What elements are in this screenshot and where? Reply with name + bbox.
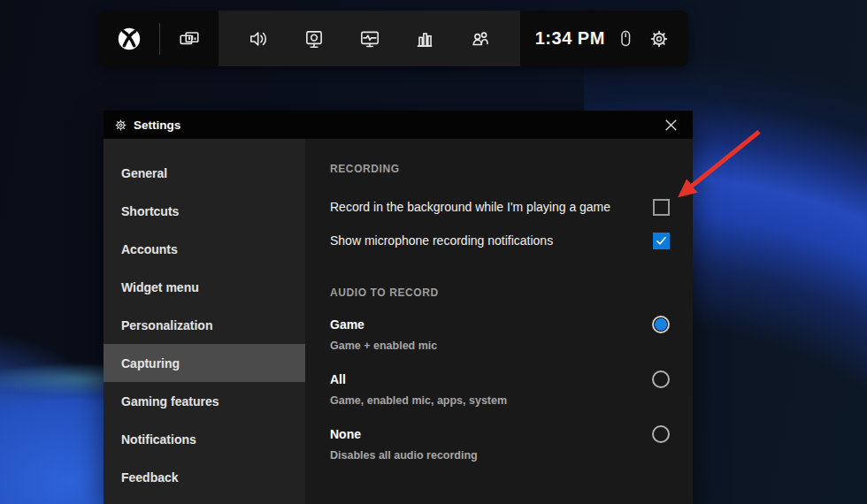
settings-sidebar: General Shortcuts Accounts Widget menu P… [104, 139, 305, 504]
toolbar-left-section [99, 11, 219, 66]
sidebar-item-gaming-features[interactable]: Gaming features [104, 382, 305, 420]
settings-button[interactable] [645, 25, 673, 53]
widget-menu-icon [178, 27, 201, 50]
performance-monitor-icon [358, 27, 381, 50]
audio-option-none: None Disables all audio recording [330, 427, 670, 462]
sidebar-item-notifications[interactable]: Notifications [104, 420, 305, 458]
audio-option-none-description: Disables all audio recording [330, 449, 478, 462]
xbox-home-button[interactable] [113, 23, 145, 55]
sidebar-item-capturing[interactable]: Capturing [104, 344, 305, 382]
audio-section-header: AUDIO TO RECORD [330, 286, 670, 300]
sidebar-item-accounts[interactable]: Accounts [104, 230, 305, 268]
looking-for-group-button[interactable] [465, 24, 495, 54]
audio-option-all: All Game, enabled mic, apps, system [330, 372, 670, 407]
audio-option-all-text: All Game, enabled mic, apps, system [330, 372, 507, 407]
mic-notifications-label: Show microphone recording notifications [330, 233, 553, 248]
audio-option-all-radio[interactable] [652, 370, 670, 388]
gear-icon [648, 28, 670, 50]
mic-notifications-row: Show microphone recording notifications [330, 231, 670, 250]
record-in-background-row: Record in the background while I'm playi… [330, 197, 670, 217]
people-icon [469, 27, 492, 50]
audio-option-none-label: None [330, 427, 478, 441]
game-bar-toolbar: 1:34 PM [99, 11, 688, 66]
close-button[interactable] [660, 116, 682, 134]
settings-window: Settings General Shortcuts Accounts Widg… [104, 111, 693, 504]
checkmark-icon [656, 235, 667, 247]
record-in-background-checkbox[interactable] [653, 199, 670, 216]
close-icon [664, 118, 679, 133]
resources-widget-button[interactable] [410, 24, 440, 54]
audio-option-all-description: Game, enabled mic, apps, system [330, 394, 507, 407]
sidebar-item-shortcuts[interactable]: Shortcuts [104, 192, 305, 230]
window-title: Settings [134, 118, 654, 132]
sidebar-item-widget-menu[interactable]: Widget menu [104, 268, 305, 306]
capture-widget-button[interactable] [299, 24, 329, 54]
clock: 1:34 PM [535, 28, 605, 49]
audio-option-game-radio[interactable] [652, 316, 670, 333]
sidebar-item-personalization[interactable]: Personalization [104, 306, 305, 344]
audio-option-game-label: Game [330, 317, 437, 332]
capturing-settings-panel: RECORDING Record in the background while… [305, 139, 693, 504]
mouse-click-through-button[interactable] [611, 25, 640, 53]
mic-notifications-checkbox[interactable] [653, 233, 670, 249]
audio-option-all-label: All [330, 372, 507, 386]
sidebar-item-general[interactable]: General [104, 154, 305, 192]
capture-camera-icon [303, 27, 326, 50]
xbox-logo-icon [117, 27, 142, 51]
recording-section-header: RECORDING [330, 162, 670, 176]
toolbar-middle-section [219, 11, 520, 66]
record-in-background-label: Record in the background while I'm playi… [330, 200, 610, 214]
widget-menu-button[interactable] [174, 24, 204, 54]
settings-body: General Shortcuts Accounts Widget menu P… [104, 139, 693, 504]
settings-titlebar: Settings [104, 111, 693, 139]
audio-option-game-text: Game Game + enabled mic [330, 317, 437, 352]
audio-widget-button[interactable] [244, 24, 274, 54]
audio-option-none-radio[interactable] [652, 425, 670, 443]
audio-option-game-description: Game + enabled mic [330, 340, 437, 352]
toolbar-divider [159, 23, 160, 55]
toolbar-right-section: 1:34 PM [520, 11, 688, 66]
audio-option-game: Game Game + enabled mic [330, 317, 670, 352]
performance-widget-button[interactable] [355, 24, 385, 54]
settings-gear-icon [114, 118, 127, 132]
audio-option-none-text: None Disables all audio recording [330, 427, 478, 462]
sidebar-item-feedback[interactable]: Feedback [104, 458, 305, 496]
mouse-icon [615, 28, 636, 50]
bar-chart-icon [413, 27, 436, 50]
speaker-icon [248, 27, 271, 50]
